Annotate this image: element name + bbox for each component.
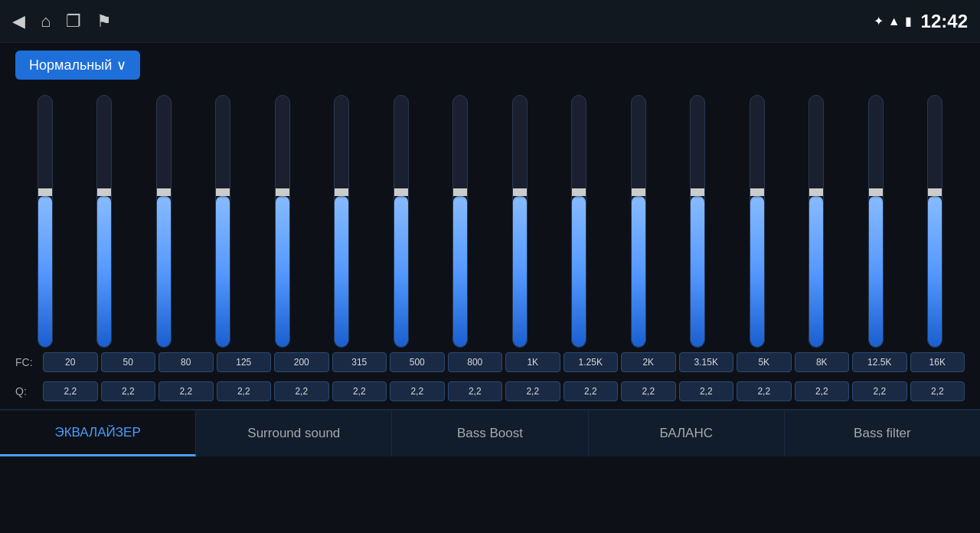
q-btn-15[interactable]: 2,2: [910, 381, 965, 401]
slider-handle-0[interactable]: [38, 188, 53, 196]
slider-handle-6[interactable]: [394, 188, 409, 196]
slider-track-9[interactable]: [571, 95, 586, 348]
slider-col-13: [792, 95, 840, 348]
fc-btn-8[interactable]: 1K: [505, 352, 560, 372]
slider-fill-3: [216, 196, 230, 347]
tab-bass_filter[interactable]: Bass filter: [785, 410, 980, 456]
slider-track-4[interactable]: [275, 95, 290, 348]
back-button[interactable]: ◀: [12, 11, 25, 31]
slider-fill-6: [394, 196, 408, 347]
status-area: ✦ ▲ ▮ 12:42: [874, 11, 968, 32]
slider-fill-13: [809, 196, 823, 347]
q-btn-12[interactable]: 2,2: [737, 381, 792, 401]
slider-track-13[interactable]: [808, 95, 824, 348]
fc-btn-15[interactable]: 16K: [910, 352, 965, 372]
slider-handle-11[interactable]: [690, 188, 705, 196]
slider-fill-10: [632, 196, 645, 347]
slider-col-6: [377, 95, 425, 348]
slider-handle-12[interactable]: [750, 188, 765, 196]
slider-fill-5: [335, 196, 348, 347]
q-btn-2[interactable]: 2,2: [158, 381, 214, 401]
tab-balance[interactable]: БАЛАНС: [589, 410, 785, 456]
slider-track-6[interactable]: [394, 95, 409, 348]
fc-btn-12[interactable]: 5K: [737, 352, 792, 372]
slider-col-7: [436, 95, 484, 348]
fc-btn-4[interactable]: 200: [274, 352, 329, 372]
status-icons: ✦ ▲ ▮: [874, 14, 912, 28]
q-label: Q:: [15, 385, 40, 397]
slider-handle-1[interactable]: [96, 188, 112, 196]
slider-col-2: [140, 95, 188, 348]
fc-btn-10[interactable]: 2K: [621, 352, 676, 372]
q-btn-1[interactable]: 2,2: [101, 381, 156, 401]
slider-track-5[interactable]: [334, 95, 349, 348]
q-buttons: 2,22,22,22,22,22,22,22,22,22,22,22,22,22…: [43, 381, 965, 401]
fc-btn-6[interactable]: 500: [390, 352, 445, 372]
preset-button[interactable]: Нормальный ∨: [15, 51, 140, 80]
clock: 12:42: [921, 11, 968, 32]
q-btn-8[interactable]: 2,2: [505, 381, 560, 401]
slider-fill-4: [276, 196, 289, 347]
slider-handle-5[interactable]: [334, 188, 349, 196]
q-btn-13[interactable]: 2,2: [795, 381, 850, 401]
slider-fill-2: [157, 196, 171, 347]
tab-equalizer[interactable]: ЭКВАЛАЙЗЕР: [0, 410, 196, 456]
q-btn-7[interactable]: 2,2: [448, 381, 503, 401]
fc-btn-14[interactable]: 12.5K: [852, 352, 907, 372]
slider-col-15: [911, 95, 959, 348]
q-btn-5[interactable]: 2,2: [332, 381, 387, 401]
slider-track-15[interactable]: [927, 95, 942, 348]
slider-handle-8[interactable]: [512, 188, 528, 196]
slider-handle-13[interactable]: [808, 188, 824, 196]
q-btn-4[interactable]: 2,2: [274, 381, 329, 401]
slider-track-14[interactable]: [868, 95, 884, 348]
fc-btn-0[interactable]: 20: [43, 352, 98, 372]
slider-track-3[interactable]: [215, 95, 230, 348]
slider-track-1[interactable]: [96, 95, 112, 348]
q-btn-10[interactable]: 2,2: [621, 381, 676, 401]
windows-button[interactable]: ❐: [66, 11, 81, 31]
slider-track-12[interactable]: [750, 95, 765, 348]
slider-handle-3[interactable]: [215, 188, 230, 196]
slider-track-11[interactable]: [690, 95, 705, 348]
q-btn-11[interactable]: 2,2: [679, 381, 734, 401]
slider-fill-9: [572, 196, 586, 347]
slider-handle-4[interactable]: [275, 188, 290, 196]
nav-controls: ◀ ⌂ ❐ ⚑: [12, 11, 112, 31]
battery-icon: ▮: [905, 14, 912, 28]
top-bar: ◀ ⌂ ❐ ⚑ ✦ ▲ ▮ 12:42: [0, 0, 980, 43]
fc-label: FC:: [15, 356, 40, 368]
fc-btn-9[interactable]: 1.25K: [564, 352, 619, 372]
slider-track-0[interactable]: [38, 95, 53, 348]
slider-handle-14[interactable]: [868, 188, 884, 196]
fc-btn-3[interactable]: 125: [217, 352, 272, 372]
tab-surround[interactable]: Surround sound: [196, 410, 392, 456]
q-btn-3[interactable]: 2,2: [217, 381, 272, 401]
q-btn-0[interactable]: 2,2: [43, 381, 98, 401]
fc-btn-1[interactable]: 50: [101, 352, 156, 372]
slider-col-1: [80, 95, 128, 348]
flag-button[interactable]: ⚑: [96, 11, 112, 31]
fc-btn-13[interactable]: 8K: [795, 352, 850, 372]
q-btn-9[interactable]: 2,2: [564, 381, 619, 401]
slider-handle-7[interactable]: [452, 188, 468, 196]
slider-col-3: [199, 95, 247, 348]
fc-btn-2[interactable]: 80: [158, 352, 214, 372]
home-button[interactable]: ⌂: [41, 11, 51, 31]
slider-handle-15[interactable]: [927, 188, 942, 196]
fc-btn-11[interactable]: 3.15K: [679, 352, 734, 372]
slider-track-2[interactable]: [156, 95, 172, 348]
tab-bass_boost[interactable]: Bass Boost: [392, 410, 588, 456]
fc-btn-7[interactable]: 800: [448, 352, 503, 372]
slider-track-10[interactable]: [631, 95, 646, 348]
slider-handle-10[interactable]: [631, 188, 646, 196]
fc-btn-5[interactable]: 315: [332, 352, 387, 372]
slider-handle-2[interactable]: [156, 188, 172, 196]
slider-col-8: [496, 95, 544, 348]
chevron-down-icon: ∨: [116, 57, 126, 74]
slider-track-8[interactable]: [512, 95, 528, 348]
slider-track-7[interactable]: [452, 95, 468, 348]
slider-handle-9[interactable]: [571, 188, 586, 196]
q-btn-6[interactable]: 2,2: [390, 381, 445, 401]
q-btn-14[interactable]: 2,2: [852, 381, 907, 401]
